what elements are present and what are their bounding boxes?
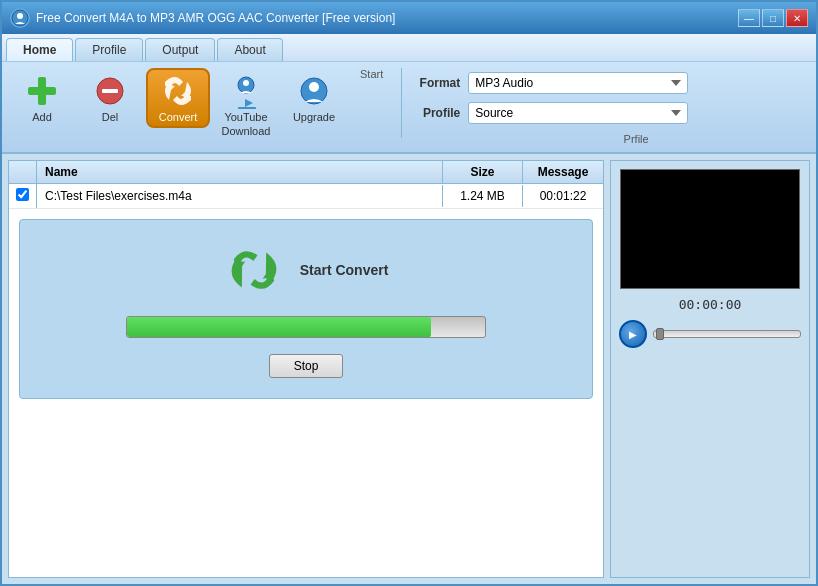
time-display: 00:00:00 <box>679 297 742 312</box>
format-row: Format MP3 Audio AAC Audio OGG Audio AMR… <box>410 72 808 94</box>
window-title: Free Convert M4A to MP3 AMR OGG AAC Conv… <box>36 11 395 25</box>
progress-bar-container <box>126 316 486 338</box>
convert-dialog: Start Convert Stop <box>19 219 593 399</box>
svg-rect-5 <box>102 89 118 93</box>
window-controls: — □ ✕ <box>738 9 808 27</box>
progress-bar-fill <box>127 317 431 337</box>
toolbar: Add Del <box>2 62 816 154</box>
youtube-download-button[interactable]: YouTube Download <box>214 68 278 142</box>
svg-point-7 <box>243 80 249 86</box>
left-panel: Name Size Message C:\Test Files\exercise… <box>8 160 604 578</box>
main-area: Name Size Message C:\Test Files\exercise… <box>2 154 816 584</box>
add-icon <box>24 73 60 109</box>
start-label: Start <box>356 68 383 80</box>
play-button[interactable]: ▶ <box>619 320 647 348</box>
format-profile-section: Format MP3 Audio AAC Audio OGG Audio AMR… <box>410 68 808 146</box>
convert-arrows <box>224 240 284 300</box>
profile-select[interactable]: Source Custom <box>468 102 688 124</box>
close-button[interactable]: ✕ <box>786 9 808 27</box>
youtube-label-2: Download <box>222 125 271 137</box>
svg-point-11 <box>309 82 319 92</box>
profile-row: Profile Source Custom <box>410 102 808 124</box>
svg-rect-3 <box>28 87 56 95</box>
toolbar-buttons: Add Del <box>10 68 356 142</box>
convert-header: Start Convert <box>224 240 389 300</box>
seek-thumb[interactable] <box>656 328 664 340</box>
row-filename: C:\Test Files\exercises.m4a <box>37 185 443 207</box>
minimize-button[interactable]: — <box>738 9 760 27</box>
header-check <box>9 161 37 183</box>
convert-button[interactable]: Convert <box>146 68 210 128</box>
file-panel: Name Size Message C:\Test Files\exercise… <box>8 160 604 578</box>
del-button[interactable]: Del <box>78 68 142 128</box>
menu-tabs: Home Profile Output About <box>2 34 287 61</box>
main-window: Free Convert M4A to MP3 AMR OGG AAC Conv… <box>0 0 818 586</box>
player-controls: ▶ <box>619 320 801 348</box>
stop-button[interactable]: Stop <box>269 354 344 378</box>
header-name: Name <box>37 161 443 183</box>
seek-bar[interactable] <box>653 330 801 338</box>
header-size: Size <box>443 161 523 183</box>
svg-point-1 <box>17 13 23 19</box>
svg-marker-8 <box>245 99 253 107</box>
video-preview <box>620 169 800 289</box>
profile-label: Profile <box>410 106 460 120</box>
table-row[interactable]: C:\Test Files\exercises.m4a 1.24 MB 00:0… <box>9 184 603 209</box>
title-bar: Free Convert M4A to MP3 AMR OGG AAC Conv… <box>2 2 816 34</box>
upgrade-button[interactable]: Upgrade <box>282 68 346 128</box>
play-icon: ▶ <box>629 329 637 340</box>
del-icon <box>92 73 128 109</box>
menu-bar: Home Profile Output About <box>2 34 816 62</box>
upgrade-label: Upgrade <box>293 111 335 123</box>
del-label: Del <box>102 111 119 123</box>
tab-profile[interactable]: Profile <box>75 38 143 61</box>
youtube-icon <box>228 73 264 109</box>
convert-icon <box>160 73 196 109</box>
format-label: Format <box>410 76 460 90</box>
convert-title: Start Convert <box>300 262 389 278</box>
format-select[interactable]: MP3 Audio AAC Audio OGG Audio AMR Audio … <box>468 72 688 94</box>
row-size: 1.24 MB <box>443 185 523 207</box>
profile-section-label: Prfile <box>620 133 649 145</box>
title-bar-left: Free Convert M4A to MP3 AMR OGG AAC Conv… <box>10 8 395 28</box>
maximize-button[interactable]: □ <box>762 9 784 27</box>
convert-label: Convert <box>159 111 198 123</box>
row-checkbox[interactable] <box>9 184 37 208</box>
file-table-header: Name Size Message <box>9 161 603 184</box>
row-message: 00:01:22 <box>523 185 603 207</box>
tab-output[interactable]: Output <box>145 38 215 61</box>
add-button[interactable]: Add <box>10 68 74 128</box>
upgrade-icon <box>296 73 332 109</box>
tab-about[interactable]: About <box>217 38 282 61</box>
preview-panel: 00:00:00 ▶ <box>610 160 810 578</box>
add-label: Add <box>32 111 52 123</box>
header-message: Message <box>523 161 603 183</box>
app-icon <box>10 8 30 28</box>
toolbar-divider <box>401 68 402 138</box>
youtube-label-1: YouTube <box>224 111 267 123</box>
tab-home[interactable]: Home <box>6 38 73 61</box>
